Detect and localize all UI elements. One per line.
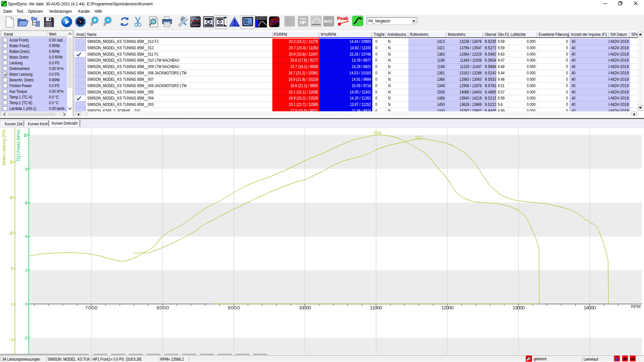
svg-text:11000: 11000 [370, 305, 382, 310]
svg-text:8000: 8000 [157, 305, 169, 310]
svg-text:2: 2 [25, 268, 28, 273]
svg-text:15: 15 [9, 195, 14, 200]
svg-text:10000: 10000 [299, 305, 311, 310]
svg-text:7000: 7000 [85, 305, 98, 310]
svg-text:14000: 14000 [584, 305, 596, 310]
svg-text:5: 5 [11, 266, 13, 271]
svg-text:12000: 12000 [441, 305, 454, 310]
svg-text:10: 10 [9, 231, 14, 236]
svg-text:23.8: 23.8 [373, 130, 381, 135]
svg-text:HP: HP [300, 20, 306, 25]
svg-text:Motor Leistung (PS): Motor Leistung (PS) [1, 129, 6, 165]
svg-text:23.2: 23.2 [415, 135, 423, 140]
svg-text:RPM: RPM [631, 304, 641, 309]
svg-text:-5: -5 [9, 337, 14, 342]
svg-text:-2: -2 [23, 336, 28, 341]
svg-text:9000: 9000 [228, 305, 240, 310]
svg-text:4: 4 [25, 234, 28, 239]
svg-text:13000: 13000 [513, 305, 525, 310]
svg-text:10: 10 [23, 133, 28, 138]
svg-text:20: 20 [9, 160, 14, 165]
svg-text:8: 8 [25, 167, 28, 172]
svg-text:TQ1 Front1 (N*m): TQ1 Front1 (N*m) [16, 130, 21, 162]
svg-text:0: 0 [25, 302, 28, 307]
svg-text:OBD: OBD [623, 357, 628, 361]
svg-text:xDS: xDS [630, 357, 635, 361]
svg-text:6: 6 [25, 200, 28, 205]
svg-text:0: 0 [11, 302, 13, 307]
svg-text:Peak: Peak [337, 15, 349, 21]
